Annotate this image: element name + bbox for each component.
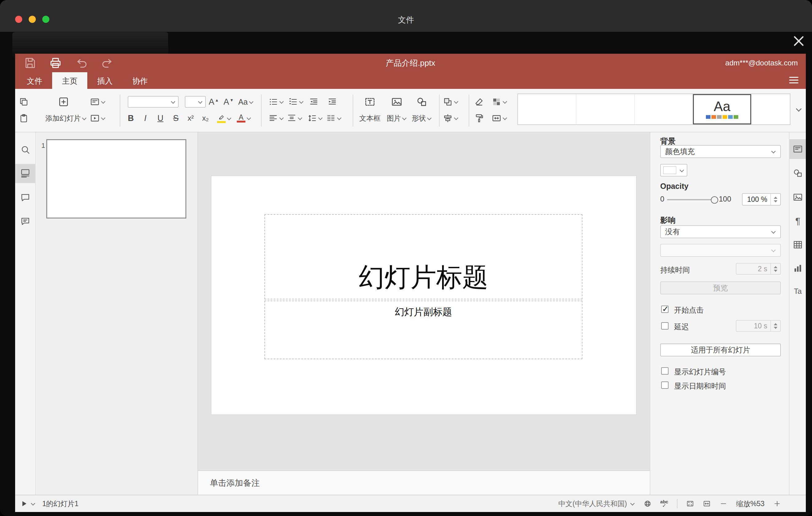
tab-insert[interactable]: 插入 <box>87 72 122 89</box>
title-placeholder[interactable]: 幻灯片标题 <box>264 214 582 299</box>
highlight-color-button[interactable] <box>217 114 232 123</box>
theme-item[interactable] <box>635 94 693 124</box>
underline-button[interactable]: U <box>157 114 164 123</box>
start-on-click-checkbox[interactable] <box>661 306 669 313</box>
strikeout-button[interactable]: S <box>173 114 179 123</box>
tab-file[interactable]: 文件 <box>17 72 52 89</box>
slide-size-button[interactable] <box>492 113 508 123</box>
ribbon-tabs: 文件 主页 插入 协作 <box>17 72 158 89</box>
delay-spinner: 10 s <box>736 320 781 332</box>
horizontal-align-button[interactable] <box>268 113 284 123</box>
preview-button: 预览 <box>660 282 781 294</box>
decrease-font-button[interactable]: A <box>224 97 234 107</box>
add-slide-button[interactable] <box>58 96 69 108</box>
toolbar-separator <box>261 94 262 126</box>
clear-style-button[interactable] <box>474 97 484 107</box>
insert-image-button[interactable] <box>391 96 403 108</box>
change-case-button[interactable]: Aa <box>238 97 254 107</box>
tab-collaboration[interactable]: 协作 <box>122 72 158 89</box>
slide-size-icon <box>492 113 502 123</box>
theme-gallery-expand-button[interactable] <box>796 107 801 111</box>
background-color-swatch[interactable] <box>660 164 687 176</box>
chevron-down-icon[interactable] <box>31 501 35 506</box>
fit-slide-icon[interactable] <box>686 500 694 508</box>
columns-button[interactable] <box>326 113 342 123</box>
insert-textbox-button[interactable] <box>364 96 376 108</box>
italic-button[interactable]: I <box>144 114 147 123</box>
show-date-time-checkbox[interactable] <box>661 381 669 389</box>
decrease-indent-button[interactable] <box>309 97 319 107</box>
bold-button[interactable]: B <box>128 114 134 123</box>
show-slide-number-checkbox[interactable] <box>661 367 669 375</box>
increase-font-button[interactable]: A <box>209 97 219 107</box>
globe-icon[interactable] <box>643 500 651 508</box>
font-color-button[interactable]: A <box>237 114 252 122</box>
image-settings-icon[interactable] <box>792 192 803 202</box>
zoom-out-icon[interactable] <box>720 500 727 508</box>
theme-item-selected[interactable]: Aa <box>693 94 751 124</box>
superscript-button[interactable]: x² <box>187 114 194 122</box>
shape-fill-button[interactable] <box>492 97 508 107</box>
insert-textbox-label[interactable]: 文本框 <box>359 114 381 123</box>
numbered-list-button[interactable] <box>288 97 304 107</box>
vertical-align-button[interactable] <box>287 113 303 123</box>
save-icon[interactable] <box>23 56 37 70</box>
menu-icon[interactable] <box>789 75 799 85</box>
notes-area[interactable]: 单击添加备注 <box>198 470 650 495</box>
chat-icon[interactable] <box>20 216 31 227</box>
tab-home[interactable]: 主页 <box>52 72 87 89</box>
subscript-button[interactable]: x₂ <box>202 114 208 122</box>
duration-spinner: 2 s <box>736 263 781 275</box>
opacity-slider-track[interactable] <box>667 199 718 200</box>
zoom-in-icon[interactable] <box>773 500 781 508</box>
language-selector[interactable]: 中文(中华人民共和国) <box>558 499 627 509</box>
comments-icon[interactable] <box>20 192 31 203</box>
slide-settings-icon[interactable] <box>792 144 803 154</box>
delay-checkbox[interactable] <box>661 322 669 329</box>
close-icon[interactable] <box>792 34 806 48</box>
insert-image-label[interactable]: 图片 <box>387 114 407 123</box>
status-bar: 1的幻灯片1 中文(中华人民共和国) abc ✓ 缩放%53 <box>15 495 806 512</box>
bullet-list-button[interactable] <box>268 97 284 107</box>
font-size-combo[interactable] <box>185 96 206 108</box>
fit-width-icon[interactable] <box>703 500 711 508</box>
paste-button[interactable] <box>19 113 29 123</box>
text-art-settings-icon[interactable]: Ta <box>792 286 803 296</box>
redo-icon[interactable] <box>100 56 113 70</box>
increase-indent-button[interactable] <box>327 97 337 107</box>
undo-icon[interactable] <box>76 56 89 70</box>
opacity-spinner[interactable]: 100 % <box>742 193 781 205</box>
opacity-slider-knob[interactable] <box>711 196 718 204</box>
search-icon[interactable] <box>20 144 31 155</box>
duration-label: 持续时间 <box>660 265 690 275</box>
add-slide-label[interactable]: 添加幻灯片 <box>45 114 87 123</box>
copy-button[interactable] <box>19 97 29 107</box>
line-spacing-button[interactable] <box>307 113 323 123</box>
subtitle-placeholder[interactable]: 幻灯片副标题 <box>264 300 582 359</box>
start-preview-icon[interactable] <box>20 500 28 508</box>
background-fill-select[interactable]: 颜色填充 <box>660 145 781 158</box>
slides-panel-icon[interactable] <box>20 168 31 178</box>
arrange-shape-button[interactable] <box>443 97 459 107</box>
print-icon[interactable] <box>49 56 62 70</box>
spinner-arrows-icon[interactable] <box>770 194 780 205</box>
table-settings-icon[interactable] <box>792 239 803 250</box>
slide-thumbnail[interactable] <box>46 139 186 219</box>
start-slideshow-button[interactable] <box>90 113 106 123</box>
theme-item[interactable] <box>576 94 635 124</box>
chart-settings-icon[interactable] <box>792 263 803 274</box>
effect-select[interactable]: 没有 <box>660 225 781 238</box>
slide-layout-button[interactable] <box>90 97 106 107</box>
copy-style-button[interactable] <box>474 113 484 123</box>
spellcheck-icon[interactable]: abc ✓ <box>660 499 668 508</box>
slide-canvas[interactable]: 幻灯片标题 幻灯片副标题 <box>211 176 636 414</box>
insert-shape-label[interactable]: 形状 <box>412 114 432 123</box>
align-shape-button[interactable] <box>443 113 459 123</box>
paragraph-settings-icon[interactable]: ¶ <box>792 216 803 226</box>
theme-item[interactable] <box>518 94 576 124</box>
chevron-down-icon <box>402 116 407 120</box>
shape-settings-icon[interactable] <box>792 168 803 178</box>
insert-shape-button[interactable] <box>416 96 428 108</box>
font-name-combo[interactable] <box>128 96 179 108</box>
apply-to-all-slides-button[interactable]: 适用于所有幻灯片 <box>660 343 781 356</box>
